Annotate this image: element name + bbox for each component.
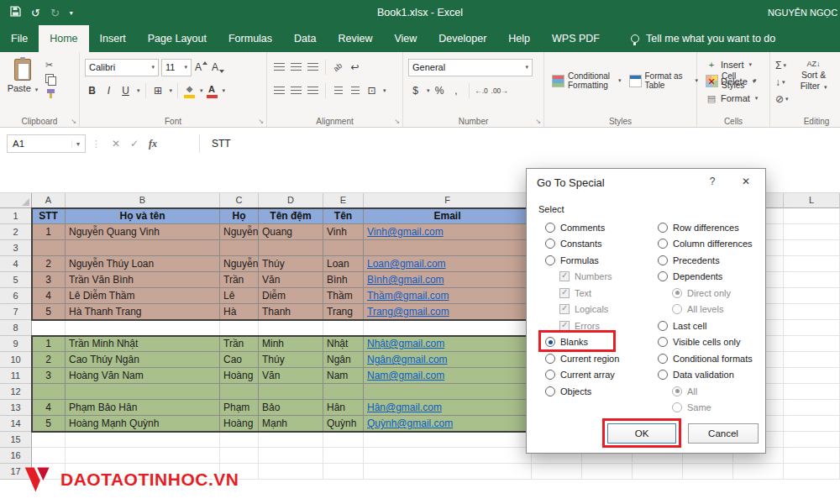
row-header-11[interactable]: 11 [0, 368, 32, 384]
cell-f6[interactable]: Thầm@gmail.com [364, 288, 532, 304]
tab-formulas[interactable]: Formulas [218, 25, 283, 52]
select-all-corner[interactable] [0, 193, 32, 208]
cell-l9[interactable] [784, 336, 840, 352]
ok-button[interactable]: OK [607, 423, 676, 444]
cell-b15[interactable] [66, 432, 220, 448]
close-icon[interactable]: ✕ [732, 169, 760, 194]
row-header-14[interactable]: 14 [0, 416, 32, 432]
styles-button-conditional-formatting[interactable]: Conditional Formatting▾ [549, 70, 624, 92]
radio-blanks[interactable] [545, 337, 555, 347]
cell-d6[interactable]: Diễm [259, 288, 323, 304]
column-header-b[interactable]: B [66, 193, 220, 208]
email-link[interactable]: Bình@gmail.com [367, 274, 444, 286]
account-name[interactable]: NGUYỄN NGỌC [768, 0, 840, 25]
cell-l8[interactable] [784, 320, 840, 336]
cell-b12[interactable] [66, 384, 220, 400]
row-header-16[interactable]: 16 [0, 448, 32, 464]
cell-b4[interactable]: Nguyễn Thúy Loan [66, 256, 220, 272]
cell-e6[interactable]: Thầm [323, 288, 364, 304]
cell-b10[interactable]: Cao Thúy Ngân [66, 352, 220, 368]
radio-current-array[interactable] [545, 370, 555, 380]
cells-button-delete[interactable]: ✕Delete▾ [702, 74, 766, 89]
cell-e2[interactable]: Vinh [323, 224, 364, 240]
cell-d17[interactable] [259, 464, 323, 480]
chevron-down-icon[interactable]: ▾ [427, 87, 430, 94]
cell-f2[interactable]: Vinh@gmail.com [364, 224, 532, 240]
cell-e10[interactable]: Ngân [323, 352, 364, 368]
option-row-differences[interactable]: Row differences [658, 219, 753, 236]
cell-a3[interactable] [32, 240, 66, 256]
checkbox-logicals[interactable] [559, 304, 570, 314]
cell-i17[interactable] [633, 464, 683, 480]
cell-a4[interactable]: 2 [32, 256, 66, 272]
radio-last-cell[interactable] [658, 321, 668, 331]
save-icon[interactable] [10, 6, 21, 19]
cell-b9[interactable]: Trần Minh Nhật [66, 336, 220, 352]
cells-button-insert[interactable]: +Insert▾ [702, 57, 766, 72]
cell-l4[interactable] [784, 256, 840, 272]
cell-f17[interactable] [364, 464, 532, 480]
cell-b13[interactable]: Phạm Bảo Hân [66, 400, 220, 416]
radio-all-levels[interactable] [672, 304, 682, 314]
cell-d4[interactable]: Thúy [259, 256, 323, 272]
cell-f12[interactable] [364, 384, 532, 400]
row-header-3[interactable]: 3 [0, 240, 32, 256]
cell-d2[interactable]: Quang [259, 224, 323, 240]
checkbox-errors[interactable] [559, 321, 570, 331]
cell-l2[interactable] [784, 224, 840, 240]
cell-c12[interactable] [220, 384, 259, 400]
cell-a11[interactable]: 3 [32, 368, 66, 384]
customize-toolbar-icon[interactable]: ▾ [70, 9, 73, 17]
radio-formulas[interactable] [545, 255, 555, 265]
tab-home[interactable]: Home [39, 25, 88, 52]
accounting-format-icon[interactable]: $ [408, 82, 423, 99]
tab-developer[interactable]: Developer [428, 25, 497, 52]
cell-a6[interactable]: 4 [32, 288, 66, 304]
increase-indent-icon[interactable] [348, 82, 362, 99]
cell-c5[interactable]: Trần [220, 272, 259, 288]
cell-f4[interactable]: Loan@gmail.com [364, 256, 532, 272]
radio-same[interactable] [672, 402, 682, 412]
cell-a13[interactable]: 4 [32, 400, 66, 416]
cell-b2[interactable]: Nguyễn Quang Vinh [66, 224, 220, 240]
cell-e13[interactable]: Hân [323, 400, 364, 416]
number-format-combo[interactable]: General ▾ [408, 59, 533, 76]
align-right-icon[interactable] [306, 82, 320, 99]
cell-a9[interactable]: 1 [32, 336, 66, 352]
cell-d10[interactable]: Thúy [259, 352, 323, 368]
radio-precedents[interactable] [658, 255, 668, 265]
cell-f10[interactable]: Ngân@gmail.com [364, 352, 532, 368]
option-errors[interactable]: Errors [559, 318, 619, 334]
dialog-titlebar[interactable]: Go To Special ? ✕ [527, 169, 765, 196]
cell-a10[interactable]: 2 [32, 352, 66, 368]
cell-e4[interactable]: Loan [323, 256, 364, 272]
radio-row-differences[interactable] [658, 223, 668, 233]
option-same[interactable]: Same [672, 400, 753, 417]
cell-b11[interactable]: Hoàng Văn Nam [66, 368, 220, 384]
cell-l6[interactable] [784, 288, 840, 304]
tab-help[interactable]: Help [497, 25, 541, 52]
column-header-e[interactable]: E [323, 193, 364, 208]
cell-b16[interactable] [66, 448, 220, 464]
option-formulas[interactable]: Formulas [545, 252, 619, 269]
tab-view[interactable]: View [383, 25, 428, 52]
format-painter-icon[interactable] [45, 88, 56, 99]
cell-f11[interactable]: Nam@gmail.com [364, 368, 532, 384]
column-header-d[interactable]: D [259, 193, 323, 208]
cell-a2[interactable]: 1 [32, 224, 66, 240]
option-column-differences[interactable]: Column differences [658, 236, 753, 253]
cell-e8[interactable] [323, 320, 364, 336]
cell-a12[interactable] [32, 384, 66, 400]
email-link[interactable]: Nam@gmail.com [367, 370, 444, 381]
email-link[interactable]: Thầm@gmail.com [367, 290, 449, 302]
option-current-array[interactable]: Current array [545, 367, 619, 384]
cell-d1[interactable]: Tên đệm [259, 208, 323, 224]
increase-font-icon[interactable]: A [194, 59, 208, 76]
font-color-icon[interactable]: A [206, 84, 218, 98]
cell-l17[interactable] [784, 464, 840, 480]
cell-f13[interactable]: Hân@gmail.com [364, 400, 532, 416]
formula-input[interactable]: STT [208, 138, 231, 150]
tab-data[interactable]: Data [283, 25, 327, 52]
row-header-4[interactable]: 4 [0, 256, 32, 272]
cell-d8[interactable] [259, 320, 323, 336]
